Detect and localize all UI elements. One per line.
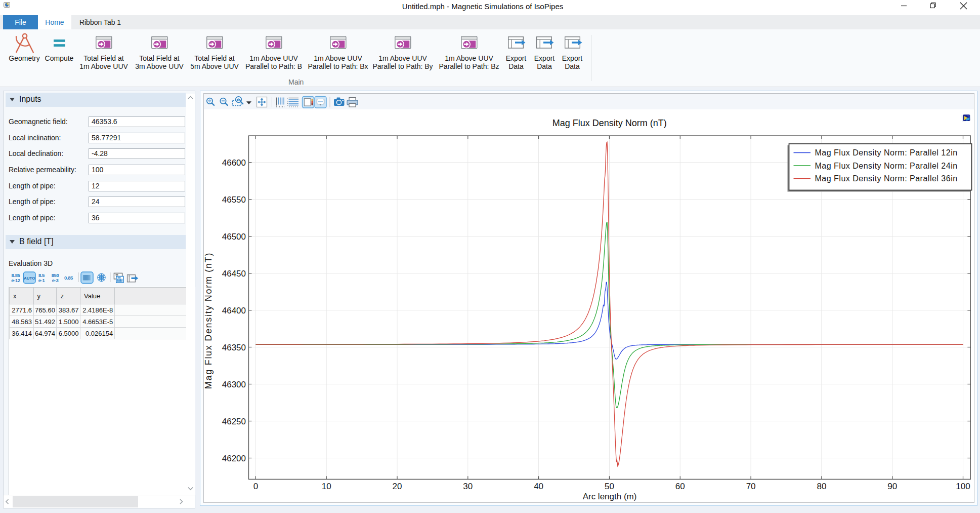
- svg-text:70: 70: [746, 482, 756, 491]
- svg-text:46450: 46450: [222, 269, 246, 279]
- svg-text:10: 10: [322, 482, 331, 491]
- svg-text:Mag Flux Density Norm (nT): Mag Flux Density Norm (nT): [204, 252, 214, 389]
- svg-text:0: 0: [253, 482, 258, 491]
- svg-text:46400: 46400: [222, 306, 246, 315]
- svg-text:46250: 46250: [222, 417, 246, 426]
- svg-text:20: 20: [393, 482, 402, 491]
- svg-text:100: 100: [956, 482, 970, 491]
- svg-text:90: 90: [887, 482, 897, 491]
- svg-text:e-3: e-3: [52, 278, 59, 283]
- svg-text:AUTO: AUTO: [24, 276, 35, 281]
- svg-text:46500: 46500: [222, 232, 246, 242]
- svg-text:46350: 46350: [222, 343, 246, 352]
- svg-text:46550: 46550: [222, 195, 246, 205]
- svg-text:80: 80: [817, 482, 826, 491]
- svg-text:Mag Flux Density Norm: Paralle: Mag Flux Density Norm: Parallel 12in: [815, 148, 958, 157]
- svg-text:40: 40: [534, 482, 543, 491]
- svg-text:e-1: e-1: [38, 278, 46, 283]
- svg-text:50: 50: [605, 482, 614, 491]
- svg-text:0.85: 0.85: [64, 275, 73, 281]
- svg-text:Mag Flux Density Norm (nT): Mag Flux Density Norm (nT): [552, 118, 667, 128]
- svg-text:30: 30: [463, 482, 473, 491]
- svg-text:Arc length (m): Arc length (m): [583, 492, 637, 501]
- svg-text:e-12: e-12: [11, 278, 20, 283]
- svg-text:Mag Flux Density Norm: Paralle: Mag Flux Density Norm: Parallel 24in: [815, 162, 958, 170]
- svg-text:46300: 46300: [222, 380, 246, 389]
- svg-text:60: 60: [675, 482, 685, 491]
- svg-text:46200: 46200: [222, 454, 246, 463]
- svg-text:46600: 46600: [222, 158, 246, 168]
- svg-text:Mag Flux Density Norm: Paralle: Mag Flux Density Norm: Parallel 36in: [815, 174, 958, 183]
